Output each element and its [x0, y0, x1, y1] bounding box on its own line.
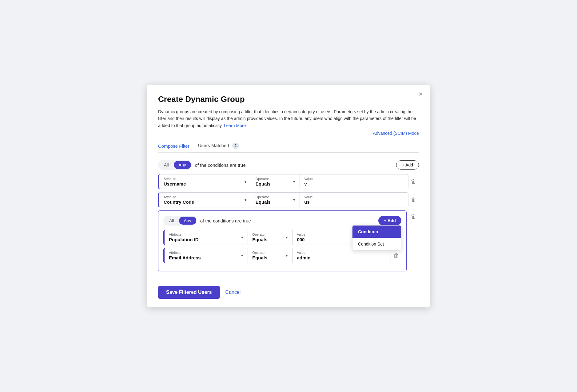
value-value-2: us: [304, 199, 312, 205]
nested-toggle-any[interactable]: Any: [179, 217, 196, 225]
operator-dropdown-arrow-1[interactable]: ▾: [293, 179, 295, 184]
value-value-4: admin: [297, 255, 310, 260]
attribute-label-4: Attribute: [169, 251, 201, 254]
attribute-dropdown-arrow-1[interactable]: ▾: [245, 179, 247, 184]
attribute-dropdown-arrow-3[interactable]: ▾: [241, 235, 243, 240]
outer-add-button[interactable]: + Add: [396, 160, 419, 170]
operator-label-2: Operator: [256, 195, 271, 199]
outer-toggle-all[interactable]: All: [159, 161, 174, 169]
add-dropdown-menu: Condition Condition Set: [352, 225, 401, 250]
tab-compose-filter[interactable]: Compose Filter: [158, 140, 189, 152]
operator-population-group: Operator Equals ▾: [248, 230, 292, 245]
tab-users-matched[interactable]: Users Matched 2: [198, 140, 239, 153]
attribute-email-group: Attribute Email Address ▾: [165, 248, 248, 263]
value-username-content: Value v: [304, 177, 312, 186]
attribute-email-content: Attribute Email Address: [169, 251, 201, 260]
modal-footer: Save Filtered Users Cancel: [158, 280, 419, 299]
value-country-group: Value us: [300, 193, 408, 207]
operator-label-1: Operator: [256, 177, 271, 181]
nested-add-button-wrapper: + Add Condition Condition Set: [378, 216, 401, 225]
attribute-country-group: Attribute Country Code ▾: [159, 193, 251, 207]
operator-label-4: Operator: [252, 251, 267, 254]
modal-description: Dynamic groups are created by composing …: [158, 108, 419, 129]
operator-dropdown-arrow-4[interactable]: ▾: [286, 253, 288, 258]
attribute-label-2: Attribute: [164, 195, 194, 199]
modal-title: Create Dynamic Group: [158, 94, 419, 104]
users-matched-badge: 2: [232, 143, 239, 149]
attribute-label-1: Attribute: [164, 177, 186, 181]
operator-label-3: Operator: [252, 233, 267, 236]
tab-bar: Compose Filter Users Matched 2: [158, 139, 419, 153]
save-filtered-users-button[interactable]: Save Filtered Users: [158, 286, 220, 299]
nested-condition-set: All Any of the conditions are true + Add…: [158, 210, 407, 271]
condition-row-country: Attribute Country Code ▾ Operator Equals…: [158, 192, 419, 207]
value-label-1: Value: [304, 177, 312, 181]
operator-email-group: Operator Equals ▾: [248, 248, 292, 263]
operator-dropdown-arrow-3[interactable]: ▾: [286, 235, 288, 240]
nested-toggle-all[interactable]: All: [164, 217, 179, 225]
operator-value-2: Equals: [256, 199, 271, 205]
outer-toggle-any[interactable]: Any: [174, 161, 191, 169]
cancel-button[interactable]: Cancel: [225, 290, 241, 295]
delete-condition-2[interactable]: 🗑: [408, 192, 419, 207]
value-value-1: v: [304, 181, 312, 186]
operator-value-3: Equals: [252, 237, 267, 242]
operator-country-content: Operator Equals: [256, 195, 271, 205]
nested-condition-header: All Any of the conditions are true + Add…: [163, 216, 401, 226]
operator-username-content: Operator Equals: [256, 177, 271, 186]
outer-filter-section: All Any of the conditions are true + Add…: [158, 160, 419, 274]
advanced-scim-link[interactable]: Advanced (SCIM) Mode: [158, 131, 419, 136]
operator-email-content: Operator Equals: [252, 251, 267, 260]
condition-row-inner-username: Attribute Username ▾ Operator Equals ▾ V…: [158, 174, 408, 189]
outer-toggle-group: All Any: [158, 160, 192, 170]
delete-nested-set[interactable]: 🗑: [408, 214, 419, 220]
value-country-content: Value us: [304, 195, 312, 205]
operator-value-4: Equals: [252, 255, 267, 260]
attribute-username-group: Attribute Username ▾: [159, 174, 251, 189]
attribute-population-group: Attribute Population ID ▾: [165, 230, 248, 245]
operator-value-1: Equals: [256, 181, 271, 186]
value-population-content: Value 000: [297, 233, 305, 242]
attribute-value-3: Population ID: [169, 237, 199, 242]
operator-username-group: Operator Equals ▾: [251, 174, 300, 189]
attribute-username-content: Attribute Username: [164, 177, 186, 186]
nested-toggle-group: All Any: [163, 216, 197, 226]
nested-add-button[interactable]: + Add: [378, 216, 401, 225]
attribute-dropdown-arrow-4[interactable]: ▾: [241, 253, 243, 258]
close-button[interactable]: ×: [419, 91, 423, 98]
dropdown-item-condition-set[interactable]: Condition Set: [352, 238, 401, 250]
value-email-content: Value admin: [297, 251, 310, 260]
value-username-group: Value v: [300, 174, 408, 189]
nested-set-wrapper: All Any of the conditions are true + Add…: [158, 210, 419, 274]
attribute-country-content: Attribute Country Code: [164, 195, 194, 205]
condition-row-username: Attribute Username ▾ Operator Equals ▾ V…: [158, 174, 419, 189]
outer-condition-header: All Any of the conditions are true + Add: [158, 160, 419, 170]
value-label-4: Value: [297, 251, 310, 254]
attribute-value-4: Email Address: [169, 255, 201, 260]
operator-dropdown-arrow-2[interactable]: ▾: [293, 198, 295, 202]
value-label-2: Value: [304, 195, 312, 199]
learn-more-link[interactable]: Learn More: [224, 123, 246, 128]
delete-condition-1[interactable]: 🗑: [408, 174, 419, 189]
condition-row-inner-country: Attribute Country Code ▾ Operator Equals…: [158, 192, 408, 207]
outer-condition-label: of the conditions are true: [195, 162, 396, 168]
attribute-value-1: Username: [164, 181, 186, 186]
nested-condition-label: of the conditions are true: [200, 218, 379, 223]
attribute-population-content: Attribute Population ID: [169, 233, 199, 242]
value-email-group: Value admin: [292, 248, 391, 263]
attribute-label-3: Attribute: [169, 233, 199, 236]
value-label-3: Value: [297, 233, 305, 236]
value-value-3: 000: [297, 237, 305, 242]
operator-population-content: Operator Equals: [252, 233, 267, 242]
attribute-value-2: Country Code: [164, 199, 194, 205]
operator-country-group: Operator Equals ▾: [251, 193, 300, 207]
dropdown-item-condition[interactable]: Condition: [352, 226, 401, 238]
attribute-dropdown-arrow-2[interactable]: ▾: [245, 198, 247, 202]
create-dynamic-group-modal: × Create Dynamic Group Dynamic groups ar…: [147, 85, 430, 307]
